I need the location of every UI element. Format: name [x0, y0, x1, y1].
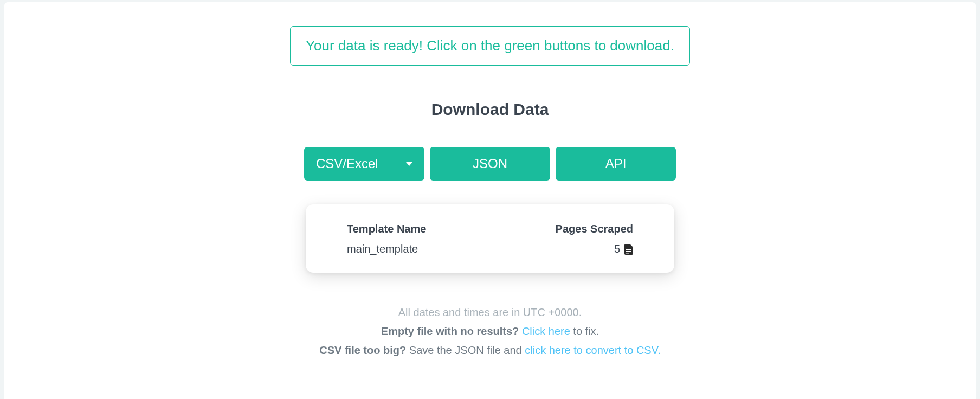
templates-card: Template Name Pages Scraped main_templat…	[306, 204, 674, 273]
api-button[interactable]: API	[556, 147, 676, 181]
cell-pages-scraped: 5	[492, 243, 633, 255]
pages-count: 5	[614, 243, 620, 255]
footer-line3-mid: Save the JSON file and	[409, 344, 525, 356]
empty-file-fix-link[interactable]: Click here	[522, 325, 570, 337]
api-label: API	[605, 156, 627, 171]
table-row: main_template 5	[347, 243, 633, 255]
cell-template-name: main_template	[347, 243, 492, 255]
download-button-row: CSV/Excel JSON API	[304, 147, 676, 181]
footer-line2-rest: to fix.	[573, 325, 599, 337]
csv-excel-dropdown-button[interactable]: CSV/Excel	[304, 147, 424, 181]
header-template-name: Template Name	[347, 223, 492, 243]
footer-line-3: CSV file too big? Save the JSON file and…	[319, 341, 661, 360]
header-pages-scraped: Pages Scraped	[492, 223, 633, 243]
page-container: Your data is ready! Click on the green b…	[4, 2, 976, 399]
page-title: Download Data	[431, 100, 549, 119]
alert-message: Your data is ready! Click on the green b…	[306, 37, 674, 54]
footer-text: All dates and times are in UTC +0000. Em…	[319, 303, 661, 360]
caret-down-icon	[406, 162, 412, 166]
footer-line-1: All dates and times are in UTC +0000.	[319, 303, 661, 322]
footer-line-2: Empty file with no results? Click here t…	[319, 322, 661, 341]
alert-banner: Your data is ready! Click on the green b…	[290, 26, 690, 66]
footer-line3-bold: CSV file too big?	[319, 344, 406, 356]
templates-table: Template Name Pages Scraped main_templat…	[347, 223, 633, 255]
convert-csv-link[interactable]: click here to convert to CSV.	[525, 344, 661, 356]
json-label: JSON	[473, 156, 507, 171]
csv-excel-label: CSV/Excel	[316, 156, 378, 171]
table-header-row: Template Name Pages Scraped	[347, 223, 633, 243]
file-icon	[624, 244, 633, 255]
footer-line2-bold: Empty file with no results?	[381, 325, 519, 337]
json-button[interactable]: JSON	[430, 147, 550, 181]
